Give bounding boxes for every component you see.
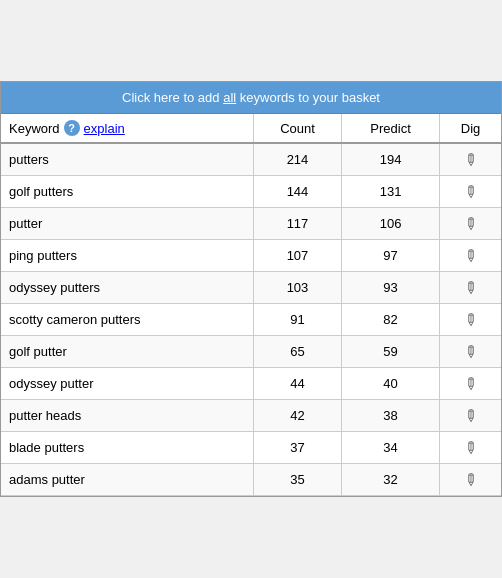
keyword-cell: golf putters	[1, 176, 253, 208]
dig-cell[interactable]: ✎	[440, 208, 501, 240]
banner-underline: all	[223, 90, 236, 105]
predict-cell: 34	[342, 432, 440, 464]
table-row: scotty cameron putters9182✎	[1, 304, 501, 336]
table-row: adams putter3532✎	[1, 464, 501, 496]
count-cell: 42	[253, 400, 341, 432]
table-row: putter117106✎	[1, 208, 501, 240]
dig-icon[interactable]: ✎	[459, 148, 482, 171]
count-cell: 35	[253, 464, 341, 496]
count-cell: 37	[253, 432, 341, 464]
dig-icon[interactable]: ✎	[459, 404, 482, 427]
count-cell: 103	[253, 272, 341, 304]
count-header[interactable]: Count	[253, 114, 341, 143]
predict-cell: 93	[342, 272, 440, 304]
dig-icon[interactable]: ✎	[459, 436, 482, 459]
keyword-cell: adams putter	[1, 464, 253, 496]
table-row: blade putters3734✎	[1, 432, 501, 464]
dig-icon[interactable]: ✎	[459, 308, 482, 331]
table-row: golf putter6559✎	[1, 336, 501, 368]
dig-cell[interactable]: ✎	[440, 143, 501, 176]
predict-cell: 97	[342, 240, 440, 272]
keyword-cell: blade putters	[1, 432, 253, 464]
dig-icon[interactable]: ✎	[459, 244, 482, 267]
count-cell: 44	[253, 368, 341, 400]
predict-cell: 106	[342, 208, 440, 240]
table-row: odyssey putters10393✎	[1, 272, 501, 304]
predict-header[interactable]: Predict	[342, 114, 440, 143]
count-cell: 214	[253, 143, 341, 176]
dig-cell[interactable]: ✎	[440, 176, 501, 208]
predict-cell: 131	[342, 176, 440, 208]
table-body: putters214194✎golf putters144131✎putter1…	[1, 143, 501, 496]
dig-cell[interactable]: ✎	[440, 432, 501, 464]
main-container: Click here to add all keywords to your b…	[0, 81, 502, 497]
help-icon[interactable]: ?	[64, 120, 80, 136]
count-cell: 65	[253, 336, 341, 368]
count-cell: 117	[253, 208, 341, 240]
dig-icon[interactable]: ✎	[459, 180, 482, 203]
dig-icon[interactable]: ✎	[459, 276, 482, 299]
predict-cell: 194	[342, 143, 440, 176]
predict-cell: 32	[342, 464, 440, 496]
table-row: ping putters10797✎	[1, 240, 501, 272]
count-cell: 144	[253, 176, 341, 208]
keyword-cell: odyssey putters	[1, 272, 253, 304]
dig-icon[interactable]: ✎	[459, 468, 482, 491]
keyword-cell: putters	[1, 143, 253, 176]
keyword-cell: putter	[1, 208, 253, 240]
keyword-cell: scotty cameron putters	[1, 304, 253, 336]
dig-icon[interactable]: ✎	[459, 212, 482, 235]
predict-cell: 40	[342, 368, 440, 400]
banner-text: Click here to add all keywords to your b…	[122, 90, 380, 105]
count-cell: 107	[253, 240, 341, 272]
keyword-cell: ping putters	[1, 240, 253, 272]
dig-icon[interactable]: ✎	[459, 340, 482, 363]
keyword-cell: odyssey putter	[1, 368, 253, 400]
dig-cell[interactable]: ✎	[440, 240, 501, 272]
keywords-table: Keyword ? explain Count Predict Dig putt…	[1, 114, 501, 496]
dig-cell[interactable]: ✎	[440, 368, 501, 400]
table-row: golf putters144131✎	[1, 176, 501, 208]
keyword-cell: golf putter	[1, 336, 253, 368]
keyword-header: Keyword ? explain	[1, 114, 253, 143]
dig-icon[interactable]: ✎	[459, 372, 482, 395]
table-row: odyssey putter4440✎	[1, 368, 501, 400]
explain-link[interactable]: explain	[84, 121, 125, 136]
dig-header: Dig	[440, 114, 501, 143]
predict-cell: 38	[342, 400, 440, 432]
table-row: putter heads4238✎	[1, 400, 501, 432]
keyword-column-label: Keyword	[9, 121, 60, 136]
table-row: putters214194✎	[1, 143, 501, 176]
keyword-cell: putter heads	[1, 400, 253, 432]
predict-cell: 59	[342, 336, 440, 368]
dig-cell[interactable]: ✎	[440, 336, 501, 368]
count-cell: 91	[253, 304, 341, 336]
add-all-banner[interactable]: Click here to add all keywords to your b…	[1, 82, 501, 114]
dig-cell[interactable]: ✎	[440, 464, 501, 496]
table-header-row: Keyword ? explain Count Predict Dig	[1, 114, 501, 143]
predict-cell: 82	[342, 304, 440, 336]
dig-cell[interactable]: ✎	[440, 304, 501, 336]
dig-cell[interactable]: ✎	[440, 400, 501, 432]
dig-cell[interactable]: ✎	[440, 272, 501, 304]
